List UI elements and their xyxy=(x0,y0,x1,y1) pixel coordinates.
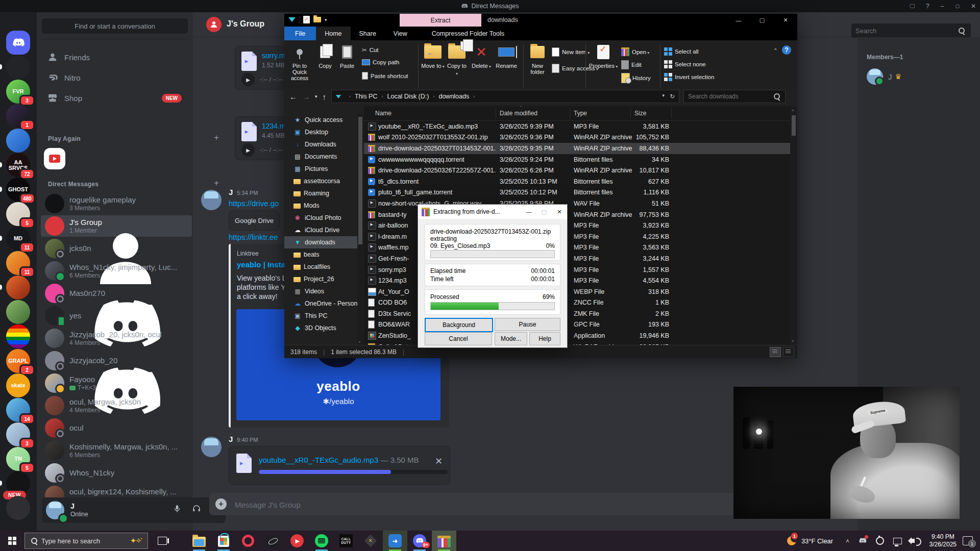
server-icon[interactable]: skate xyxy=(6,373,30,397)
breadcrumb-local-disk-d[interactable]: Local Disk (D:) xyxy=(387,93,429,100)
server-icon[interactable] xyxy=(6,276,30,299)
linktree-link[interactable]: https://linktr.ee xyxy=(229,233,278,241)
dm-item[interactable]: yes xyxy=(41,305,192,327)
taskbar-app-button[interactable] xyxy=(309,531,334,551)
select-all-button[interactable]: Select all xyxy=(664,47,699,56)
nav-scrollbar[interactable]: ˅ xyxy=(357,114,363,345)
network-icon[interactable] xyxy=(893,538,902,544)
nav-item[interactable]: ▣ Desktop xyxy=(284,126,357,138)
copy-button[interactable]: Copy xyxy=(315,43,335,69)
start-button[interactable] xyxy=(0,531,24,551)
nav-item[interactable]: Roaming xyxy=(284,187,357,199)
nav-item[interactable]: ☁ iCloud Drive xyxy=(284,224,357,236)
new-folder-button[interactable]: New folder xyxy=(526,43,549,75)
dm-item[interactable]: Whos_N1cky xyxy=(41,462,192,484)
nav-item[interactable]: ▤ Documents xyxy=(284,151,357,163)
nav-item[interactable]: Localfiles xyxy=(284,261,357,273)
google-drive-embed-button[interactable]: Google Drive xyxy=(229,210,280,231)
conversation-search-button[interactable]: Find or start a conversation xyxy=(42,18,188,34)
server-icon[interactable] xyxy=(6,496,30,520)
copy-to-button[interactable]: Copy to xyxy=(446,43,468,77)
nav-item[interactable]: ▦ Videos xyxy=(284,285,357,297)
message-input[interactable] xyxy=(234,493,746,516)
dm-item[interactable]: Koshismelly, Margwa, jcks0n, ... 6 Membe… xyxy=(41,440,192,461)
dm-item[interactable]: Mas0n270 xyxy=(41,283,192,304)
sidebar-item-friends[interactable]: Friends xyxy=(42,48,188,66)
tab-home[interactable]: Home xyxy=(316,27,350,40)
help-button[interactable]: Help xyxy=(529,332,560,345)
cut-button[interactable]: ✂Cut xyxy=(362,46,379,54)
breadcrumb-downloads[interactable]: downloads xyxy=(438,93,469,100)
dm-item[interactable]: roguelike gameplay 3 Members xyxy=(41,193,192,214)
paste-shortcut-button[interactable]: Paste shortcut xyxy=(362,72,408,80)
thumbnail-view-toggle[interactable] xyxy=(783,347,794,357)
server-icon[interactable] xyxy=(6,55,30,79)
message-avatar[interactable] xyxy=(201,437,222,457)
weather-widget[interactable]: 1 xyxy=(787,536,796,545)
message-avatar[interactable] xyxy=(201,190,222,210)
dm-item[interactable]: Whos_N1cky, jimjimparty, Luc... 6 Member… xyxy=(41,260,192,282)
tab-view[interactable]: View xyxy=(385,27,416,40)
close-button[interactable]: ✕ xyxy=(552,205,567,219)
nav-item[interactable]: ❀ iCloud Photo xyxy=(284,212,357,224)
dm-item[interactable]: jcks0n xyxy=(41,238,192,259)
server-icon[interactable] xyxy=(6,31,30,55)
headphones-icon[interactable] xyxy=(192,504,201,513)
play-again-youtube[interactable] xyxy=(44,148,65,169)
dm-item[interactable]: Jizzyjacob_20 xyxy=(41,350,192,371)
new-folder-qat-icon[interactable] xyxy=(313,17,321,22)
mode-button[interactable]: Mode... xyxy=(495,332,527,345)
details-view-toggle[interactable] xyxy=(770,347,781,357)
server-icon[interactable] xyxy=(6,129,30,153)
dm-item[interactable]: ocul xyxy=(41,417,192,439)
taskbar-app-button[interactable] xyxy=(236,531,260,551)
qat-customize-icon[interactable]: ▾ xyxy=(325,17,327,22)
chat-search-input[interactable] xyxy=(851,27,959,35)
select-none-button[interactable]: Select none xyxy=(664,60,706,68)
file-list-scrollbar[interactable]: ˄˅ xyxy=(790,106,797,345)
dm-item[interactable]: ocul, Margwa, jcks0n 4 Members xyxy=(41,395,192,416)
nav-item[interactable]: ▼ downloads xyxy=(284,236,357,248)
maximize-button[interactable]: ▢ xyxy=(536,205,552,219)
nav-item[interactable]: ▦ Pictures xyxy=(284,163,357,175)
minimize-button[interactable]: — xyxy=(727,14,750,27)
server-icon[interactable] xyxy=(6,324,30,348)
taskbar-app-button[interactable] xyxy=(432,531,456,551)
nav-item[interactable]: beats xyxy=(284,248,357,261)
volume-icon[interactable] xyxy=(911,539,919,543)
delete-button[interactable]: ✕ Delete xyxy=(470,43,493,70)
taskbar-app-button[interactable] xyxy=(285,531,309,551)
taskbar-app-button[interactable] xyxy=(358,531,383,551)
cancel-upload-icon[interactable]: ✕ xyxy=(435,456,443,467)
file-row[interactable]: cwwwwwwwwwqqqqqq.torrent 3/26/2025 9:24 … xyxy=(364,154,790,165)
search-highlights-icon[interactable]: ✦✧• xyxy=(130,536,141,545)
extract-contextual-tab[interactable]: Extract xyxy=(400,14,481,27)
minimize-button[interactable]: — xyxy=(521,205,536,219)
weather-text[interactable]: 33°F Clear xyxy=(801,537,833,545)
dm-item[interactable]: J's Group 1 Member xyxy=(41,215,192,237)
paste-button[interactable]: Paste xyxy=(336,43,358,69)
tab-compressed-folder-tools[interactable]: Compressed Folder Tools xyxy=(423,27,513,40)
create-dm-icon[interactable]: + xyxy=(214,178,219,188)
nav-item[interactable]: ↓ Downloads xyxy=(284,138,357,151)
member-row[interactable]: J ♛ xyxy=(863,66,975,87)
nav-item[interactable]: ★ Quick access xyxy=(284,114,357,126)
sidebar-item-nitro[interactable]: Nitro xyxy=(42,68,188,87)
maximize-button[interactable]: ▢ xyxy=(955,4,960,9)
taskbar-app-button[interactable] xyxy=(260,531,285,551)
file-row[interactable]: drive-download-20250326T222557Z-001.z...… xyxy=(364,165,790,176)
file-row[interactable]: pluto_t6_full_game.torrent 3/25/2025 10:… xyxy=(364,187,790,198)
history-button[interactable]: History xyxy=(621,73,651,83)
file-row[interactable]: youtube__xR0_-TExGc_audio.mp3 3/26/2025 … xyxy=(364,121,790,132)
maximize-button[interactable]: ▢ xyxy=(750,14,774,27)
sidebar-item-shop[interactable]: Shop NEW xyxy=(42,89,188,107)
play-button[interactable]: ▶ xyxy=(241,143,255,157)
chat-search-box[interactable] xyxy=(851,23,971,38)
embed-title-link[interactable]: yeablo | Insta xyxy=(237,260,285,269)
server-icon[interactable] xyxy=(6,300,30,324)
nav-item[interactable]: ☁ OneDrive - Person xyxy=(284,297,357,310)
notification-center-icon[interactable]: 1 xyxy=(963,536,973,545)
taskbar-app-button[interactable] xyxy=(211,531,236,551)
close-button[interactable]: ✕ xyxy=(971,3,976,10)
attach-plus-icon[interactable]: + xyxy=(215,498,227,510)
